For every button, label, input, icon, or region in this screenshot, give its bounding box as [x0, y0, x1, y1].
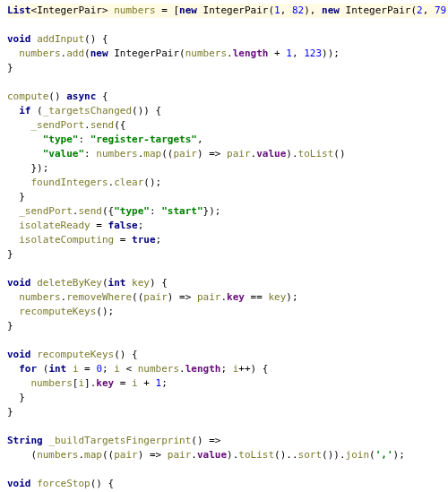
- number: 79: [435, 4, 446, 16]
- string: "value": [43, 148, 84, 160]
- identifier: i: [132, 377, 138, 389]
- keyword: void: [7, 478, 31, 489]
- method: sort: [298, 449, 323, 461]
- property: value: [256, 148, 286, 160]
- keyword: void: [7, 33, 31, 45]
- number: 0: [96, 363, 102, 375]
- identifier: _sendPort: [31, 119, 85, 131]
- number: 2: [417, 4, 423, 16]
- method: clear: [114, 177, 143, 188]
- identifier: i: [114, 363, 120, 375]
- keyword: void: [7, 277, 31, 289]
- identifier: i: [73, 363, 79, 375]
- identifier: numbers: [185, 47, 227, 59]
- number: 1: [286, 47, 292, 59]
- function-name: _buildTargetsFingerprint: [48, 435, 191, 446]
- method: toList: [298, 148, 334, 160]
- keyword: new: [90, 47, 108, 59]
- method: join: [346, 449, 370, 461]
- param: pair: [173, 148, 197, 160]
- function-name: compute: [7, 91, 48, 102]
- keyword: true: [132, 234, 156, 246]
- param: pair: [114, 449, 138, 461]
- property: key: [96, 377, 114, 389]
- keyword: int: [108, 277, 126, 289]
- method: add: [66, 47, 84, 59]
- function-name: forceStop: [37, 478, 90, 489]
- number: 1: [274, 4, 280, 16]
- param: pair: [143, 291, 168, 303]
- param: pair: [197, 291, 221, 303]
- param: key: [132, 277, 150, 289]
- number: 82: [292, 4, 304, 16]
- function-name: addInput: [37, 33, 84, 45]
- property: length: [185, 363, 221, 375]
- identifier: isolateReady: [19, 220, 90, 231]
- string: "register-targets": [90, 134, 197, 145]
- keyword: for: [19, 363, 37, 375]
- identifier: i: [78, 377, 84, 389]
- keyword: String: [7, 435, 43, 446]
- property: value: [197, 449, 227, 461]
- property: key: [227, 291, 245, 303]
- identifier: foundIntegers: [31, 177, 108, 188]
- identifier: _targetsChanged: [43, 105, 132, 117]
- identifier: numbers: [19, 47, 60, 59]
- method: toList: [238, 449, 274, 461]
- identifier: isolateComputing: [19, 234, 114, 246]
- number: 1: [156, 377, 162, 389]
- property: length: [233, 47, 269, 59]
- param: pair: [168, 449, 192, 461]
- keyword: List: [7, 4, 31, 16]
- identifier: numbers: [114, 4, 155, 16]
- keyword: new: [322, 4, 340, 16]
- method: map: [84, 449, 102, 461]
- identifier: numbers: [31, 377, 73, 389]
- identifier: recomputeKeys: [19, 306, 96, 317]
- number: 123: [304, 47, 322, 59]
- method: removeWhere: [66, 291, 132, 303]
- identifier: numbers: [37, 449, 78, 461]
- identifier: numbers: [138, 363, 179, 375]
- method: send: [90, 119, 115, 131]
- type: IntegerPair: [203, 4, 269, 16]
- param: key: [268, 291, 286, 303]
- string: "type": [43, 134, 79, 145]
- keyword: int: [48, 363, 66, 375]
- method: send: [78, 205, 102, 217]
- identifier: numbers: [19, 291, 60, 303]
- string: ',': [375, 449, 393, 461]
- highlighted-line: List<IntegerPair> numbers = [new Integer…: [7, 4, 448, 18]
- identifier: i: [233, 363, 239, 375]
- param: pair: [227, 148, 251, 160]
- string: "start": [161, 205, 202, 217]
- identifier: _sendPort: [19, 205, 73, 217]
- identifier: numbers: [96, 148, 137, 160]
- type: IntegerPair: [346, 4, 411, 16]
- method: map: [143, 148, 161, 160]
- type: IntegerPair: [37, 4, 102, 16]
- function-name: recomputeKeys: [37, 349, 114, 360]
- keyword: async: [66, 91, 96, 102]
- string: "type": [114, 205, 150, 217]
- type: IntegerPair: [114, 47, 179, 59]
- keyword: new: [179, 4, 197, 16]
- keyword: void: [7, 349, 31, 360]
- keyword: false: [108, 220, 138, 231]
- keyword: if: [19, 105, 30, 117]
- code-editor[interactable]: List<IntegerPair> numbers = [new Integer…: [0, 0, 448, 492]
- function-name: deleteByKey: [37, 277, 102, 289]
